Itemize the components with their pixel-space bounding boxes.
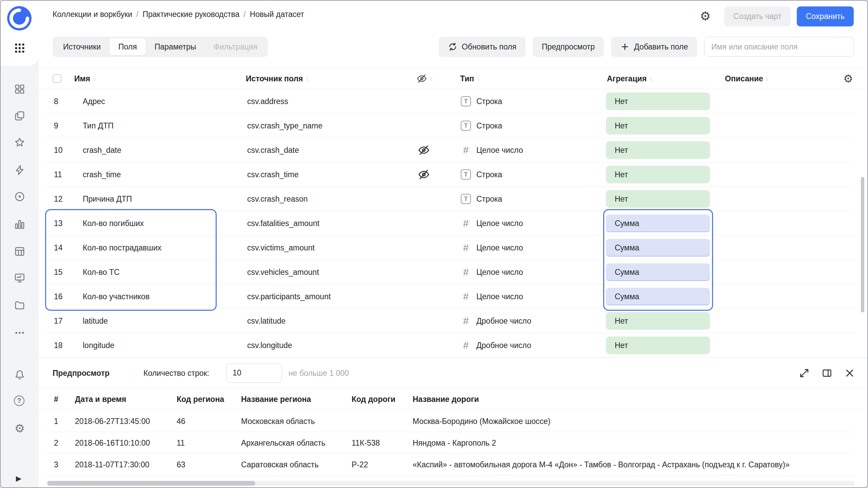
preview-road-name: Москва-Бородино (Можайское шоссе) [413,417,550,426]
column-header-source[interactable]: Источник поля ↓ [246,68,309,89]
aggregation-select[interactable]: Сумма [606,239,710,257]
aggregation-select[interactable]: Сумма [606,215,710,232]
horizontal-scrollbar-thumb[interactable] [47,481,255,486]
aggregation-select[interactable]: Нет [606,337,710,354]
collections-icon[interactable] [14,83,25,95]
aggregation-select[interactable]: Нет [606,93,710,110]
row-count-hint: не больше 1 000 [289,368,349,378]
hidden-eye-off-icon[interactable] [418,144,430,156]
column-header-hidden[interactable]: ↓ [416,68,433,89]
preview-col-region-name: Название региона [241,394,311,404]
charts-icon[interactable] [14,219,25,230]
table-settings-gear-icon[interactable]: ⚙ [843,73,853,84]
sidebar: ? ⚙ ▶ [1,1,39,487]
preview-datetime: 2018-06-16T10:10:00 [75,439,150,448]
preview-row-number: 2 [54,439,58,448]
aggregation-select[interactable]: Нет [606,166,710,183]
field-row[interactable]: 14 Кол-во пострадавших csv.victims_amoun… [39,236,867,260]
breadcrumb-workbook[interactable]: Практические руководства [142,10,239,19]
type-icon: # [461,267,471,277]
field-search-input[interactable] [704,37,854,57]
more-ellipsis-icon[interactable] [14,327,25,339]
row-number: 10 [54,146,63,155]
add-field-button[interactable]: Добавить поле [611,37,697,57]
row-number: 12 [54,195,63,204]
field-row[interactable]: 18 longitude csv.longitude # Дробное чис… [39,333,867,358]
field-name: Кол-во пострадавших [83,243,161,252]
notifications-bell-icon[interactable] [14,369,25,381]
field-row[interactable]: 12 Причина ДТП csv.crash_reason T Строка… [39,187,867,211]
preview-road-name: «Каспий» - автомобильная дорога М-4 «Дон… [413,460,790,469]
preview-close-icon[interactable] [844,368,855,379]
settings-gear-icon[interactable]: ⚙ [14,423,25,434]
datalens-logo-icon[interactable] [7,6,32,30]
type-icon: # [461,340,471,350]
tab[interactable]: Параметры [146,38,205,55]
aggregation-select[interactable]: Нет [606,312,710,330]
storage-folder-icon[interactable] [14,299,25,311]
field-row[interactable]: 17 latitude csv.latitude # Дробное число… [39,309,867,333]
aggregation-select[interactable]: Сумма [606,288,710,305]
field-row[interactable]: 13 Кол-во погибших csv.fatalities_amount… [39,211,867,236]
type-icon: T [461,121,471,131]
column-header-type[interactable]: Тип ↓ [460,68,480,89]
field-name: Тип ДТП [83,121,114,130]
tab[interactable]: Фильтрация [205,38,266,55]
field-type: # Дробное число [461,316,531,326]
horizontal-scrollbar-track[interactable] [47,481,855,486]
monitoring-icon[interactable] [14,191,25,202]
aggregation-select[interactable]: Сумма [606,263,710,281]
dataset-settings-gear-icon[interactable]: ⚙ [700,10,711,22]
workbooks-icon[interactable] [14,110,25,122]
preview-button[interactable]: Предпросмотр [533,37,604,57]
field-row[interactable]: 10 crash_date csv.crash_date # Целое чис… [39,138,867,162]
aggregation-select[interactable]: Нет [606,190,710,208]
row-number: 8 [54,97,58,106]
preview-col-road-name: Название дороги [413,394,479,404]
sidebar-expand-button[interactable]: ▶ [16,474,21,483]
save-button[interactable]: Сохранить [797,6,854,26]
field-row[interactable]: 15 Кол-во ТС csv.vehicles_amount # Целое… [39,260,867,284]
aggregation-select[interactable]: Нет [606,117,710,135]
preview-road-code: Р-22 [352,460,368,469]
aggregation-select[interactable]: Нет [606,141,710,159]
tab[interactable]: Источники [54,38,110,55]
field-row[interactable]: 16 Кол-во участников csv.participants_am… [39,284,867,309]
row-number: 14 [54,243,63,252]
preview-region-code: 46 [177,417,185,426]
column-header-name[interactable]: Имя ↓ [74,68,96,89]
datasets-table-icon[interactable] [14,246,25,257]
field-row[interactable]: 9 Тип ДТП csv.crash_type_name T Строка Н… [39,114,867,138]
create-chart-button[interactable]: Создать чарт [724,6,790,26]
preview-expand-icon[interactable] [799,368,810,379]
field-row[interactable]: 8 Адрес csv.address T Строка Нет [39,89,867,114]
preview-row: 2 2018-06-16T10:10:00 11 Архангельская о… [39,432,867,454]
type-label: Дробное число [476,317,531,326]
select-all-checkbox[interactable] [53,74,61,83]
field-source: csv.crash_reason [247,195,308,204]
vertical-scrollbar-thumb[interactable] [861,177,864,312]
apps-grid-icon[interactable] [14,42,26,54]
tools-row: Источники Поля Параметры Фильтрация Обно… [53,37,854,57]
dataset-tabs: Источники Поля Параметры Фильтрация [53,37,268,57]
row-count-label: Количество строк: [143,368,209,378]
editor-monitor-icon[interactable] [14,272,25,284]
update-fields-button[interactable]: Обновить поля [439,37,526,57]
preview-side-panel-icon[interactable] [822,368,832,379]
type-icon: # [461,243,471,253]
type-label: Строка [476,97,502,106]
row-number: 16 [54,292,63,301]
type-icon: # [461,291,471,302]
update-fields-label: Обновить поля [462,42,516,52]
column-header-aggregation[interactable]: Агрегация ↓ [607,68,653,89]
row-count-input[interactable] [226,364,282,383]
tab[interactable]: Поля [110,38,146,55]
field-row[interactable]: 11 crash_time csv.crash_time T Строка Не… [39,162,867,187]
breadcrumb-collections[interactable]: Коллекции и воркбуки [53,10,132,19]
column-header-description[interactable]: Описание ↓ [725,68,769,89]
help-icon[interactable]: ? [14,395,25,407]
hidden-eye-off-icon[interactable] [418,168,430,181]
connections-lightning-icon[interactable] [14,164,25,176]
favorites-star-icon[interactable] [14,137,25,148]
preview-region-name: Московская область [241,417,315,426]
